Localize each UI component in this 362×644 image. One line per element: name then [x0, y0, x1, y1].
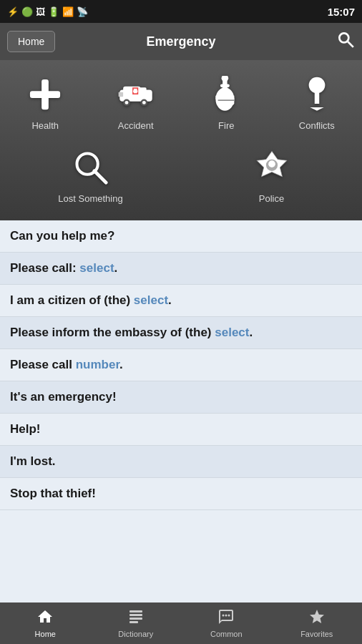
home-icon — [36, 608, 54, 628]
phrase-9-text: Stop that thief! — [10, 487, 96, 500]
nav-home-label: Home — [35, 630, 56, 638]
status-time: 15:07 — [328, 6, 355, 18]
category-health[interactable]: Health — [6, 67, 84, 137]
svg-rect-10 — [138, 87, 146, 93]
police-label: Police — [259, 193, 284, 204]
nav-favorites[interactable]: Favorites — [272, 602, 363, 644]
police-icon — [250, 146, 293, 189]
phrases-list: Can you help me? Please call: select. I … — [0, 220, 362, 634]
status-icons: ⚡ 🟢 🖼 🔋 📶 📡 — [7, 6, 88, 17]
svg-point-0 — [339, 33, 348, 42]
svg-point-7 — [124, 101, 128, 104]
category-row-1: Health Accident — [0, 67, 362, 137]
svg-rect-13 — [133, 90, 138, 92]
svg-point-9 — [142, 101, 146, 104]
svg-marker-23 — [310, 107, 324, 111]
phrase-3-select[interactable]: select — [134, 293, 168, 307]
phrase-3-text: I am a citizen of (the) select. — [10, 293, 172, 307]
accident-label: Accident — [118, 120, 154, 131]
conflicts-icon — [295, 73, 338, 116]
nav-common[interactable]: Common — [181, 602, 272, 644]
phrase-3[interactable]: I am a citizen of (the) select. — [0, 285, 362, 317]
nav-dictionary[interactable]: Dictionary — [91, 602, 182, 644]
svg-rect-32 — [129, 621, 138, 623]
svg-line-25 — [94, 171, 105, 182]
accident-icon — [114, 73, 157, 116]
phrase-2[interactable]: Please call: select. — [0, 253, 362, 285]
search-icon[interactable] — [336, 30, 355, 53]
phrase-2-select[interactable]: select — [79, 261, 114, 275]
image-icon: 🖼 — [36, 6, 45, 17]
fire-icon — [205, 73, 248, 116]
category-fire[interactable]: Fire — [187, 67, 265, 137]
svg-point-15 — [222, 76, 229, 82]
status-bar: ⚡ 🟢 🖼 🔋 📶 📡 15:07 — [0, 0, 362, 23]
battery-icon: 🔋 — [48, 6, 59, 17]
phrase-5[interactable]: Please call number. — [0, 349, 362, 381]
nav-common-label: Common — [210, 630, 243, 638]
wifi-icon: 📡 — [77, 6, 88, 17]
svg-rect-29 — [129, 610, 142, 613]
svg-point-21 — [308, 77, 325, 94]
svg-rect-31 — [129, 618, 142, 620]
bottom-nav: Home Dictionary Common — [0, 602, 362, 644]
svg-rect-3 — [30, 91, 60, 98]
phrase-8-text: I'm lost. — [10, 454, 56, 468]
svg-rect-11 — [118, 92, 123, 97]
favorites-icon — [308, 608, 326, 628]
home-button[interactable]: Home — [7, 31, 55, 52]
category-accident[interactable]: Accident — [97, 67, 175, 137]
svg-rect-16 — [220, 84, 230, 87]
category-police[interactable]: Police — [233, 140, 311, 210]
common-icon — [217, 608, 235, 628]
svg-line-1 — [348, 42, 353, 47]
category-grid: Health Accident — [0, 60, 362, 220]
fire-label: Fire — [218, 120, 234, 131]
phrase-7-text: Help! — [10, 422, 41, 436]
phrase-1[interactable]: Can you help me? — [0, 220, 362, 253]
phrase-5-number[interactable]: number — [76, 358, 119, 371]
page-title: Emergency — [146, 34, 215, 49]
usb-icon: ⚡ — [7, 6, 19, 17]
conflicts-label: Conflicts — [299, 120, 335, 131]
health-icon — [24, 73, 67, 116]
svg-point-34 — [225, 615, 228, 617]
nav-dictionary-label: Dictionary — [118, 630, 153, 638]
phrase-9[interactable]: Stop that thief! — [0, 478, 362, 510]
category-conflicts[interactable]: Conflicts — [278, 67, 356, 137]
svg-rect-30 — [129, 614, 142, 616]
circle-icon: 🟢 — [21, 6, 33, 17]
phrase-4-select[interactable]: select — [215, 326, 249, 339]
dictionary-icon — [127, 608, 145, 628]
svg-point-33 — [222, 615, 225, 617]
nav-home[interactable]: Home — [0, 602, 91, 644]
phrase-4-text: Please inform the embassy of (the) selec… — [10, 326, 253, 339]
phrase-7[interactable]: Help! — [0, 414, 362, 446]
svg-point-28 — [268, 160, 275, 167]
svg-rect-22 — [315, 92, 320, 104]
phrase-8[interactable]: I'm lost. — [0, 446, 362, 478]
signal-icon: 📶 — [62, 6, 74, 17]
phrase-4[interactable]: Please inform the embassy of (the) selec… — [0, 317, 362, 349]
svg-point-35 — [228, 615, 230, 617]
category-lost[interactable]: Lost Something — [52, 140, 130, 210]
nav-favorites-label: Favorites — [300, 630, 333, 638]
phrase-6[interactable]: It's an emergency! — [0, 381, 362, 414]
lost-icon — [69, 146, 112, 189]
category-row-2: Lost Something Police — [0, 140, 362, 210]
phrase-5-text: Please call number. — [10, 358, 123, 371]
top-bar: Home Emergency — [0, 23, 362, 60]
phrase-2-text: Please call: select. — [10, 261, 117, 275]
lost-label: Lost Something — [58, 193, 122, 204]
phrase-6-text: It's an emergency! — [10, 390, 117, 404]
health-label: Health — [31, 120, 59, 131]
phrase-1-text: Can you help me? — [10, 229, 114, 243]
